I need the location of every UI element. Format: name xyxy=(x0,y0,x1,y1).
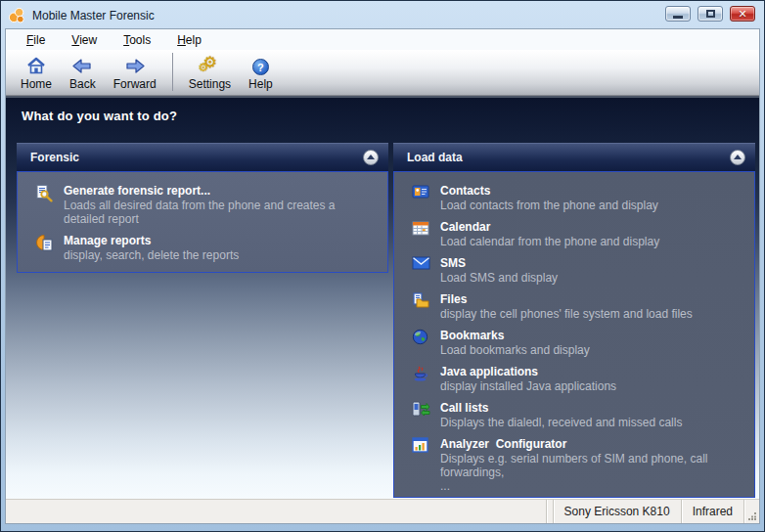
load-data-panel-title: Load data xyxy=(407,151,730,164)
menu-view[interactable]: View xyxy=(63,31,106,49)
task-files[interactable]: Files display the cell phones' file syst… xyxy=(412,292,744,321)
menu-help[interactable]: Help xyxy=(168,31,210,49)
maximize-icon xyxy=(706,10,715,18)
back-button[interactable]: Back xyxy=(61,50,105,95)
task-sms[interactable]: SMS Load SMS and display xyxy=(412,256,744,285)
task-title: Generate forensic report... xyxy=(64,184,378,199)
app-window: Mobile Master Forensic ✕ File View Tools… xyxy=(0,0,765,532)
task-title: Java applications xyxy=(440,365,744,379)
task-text: Call lists Displays the dialedl, receive… xyxy=(440,401,744,429)
page-title: What do you want to do? xyxy=(6,98,759,123)
task-description: Loads all desired data from the phone an… xyxy=(64,199,378,226)
task-title: Calendar xyxy=(440,220,744,235)
forward-arrow-icon xyxy=(124,54,146,75)
task-text: Manage reports display, search, delete t… xyxy=(64,234,378,262)
task-title: Analyzer Configurator xyxy=(440,437,744,452)
task-description: Load SMS and display xyxy=(440,271,744,285)
call-lists-icon xyxy=(412,401,430,429)
task-title: Contacts xyxy=(440,184,744,199)
task-text: Contacts Load contacts from the phone an… xyxy=(440,184,744,212)
help-label: Help xyxy=(248,77,273,91)
minimize-icon xyxy=(673,16,683,19)
task-description: display installed Java applications xyxy=(440,379,744,393)
task-text: Files display the cell phones' file syst… xyxy=(440,292,744,321)
task-manage-reports[interactable]: Manage reports display, search, delete t… xyxy=(35,234,378,262)
menu-bar: File View Tools Help xyxy=(6,29,759,50)
collapse-button[interactable] xyxy=(363,150,379,165)
task-description: display, search, delete the reports xyxy=(64,248,378,262)
task-calendar[interactable]: Calendar Load calendar from the phone an… xyxy=(412,220,744,248)
minimize-button[interactable] xyxy=(665,6,691,22)
files-icon xyxy=(412,292,430,321)
java-icon xyxy=(412,365,430,393)
back-label: Back xyxy=(69,77,96,91)
forensic-panel-title: Forensic xyxy=(30,151,363,164)
forensic-panel-header[interactable]: Forensic xyxy=(17,143,388,171)
close-button[interactable]: ✕ xyxy=(730,6,755,22)
task-bookmarks[interactable]: Bookmarks Load bookmarks and display xyxy=(412,329,744,357)
bookmarks-icon xyxy=(412,329,430,357)
task-generate-forensic-report[interactable]: Generate forensic report... Loads all de… xyxy=(35,184,378,226)
task-title: Bookmarks xyxy=(440,329,744,343)
task-description: Load contacts from the phone and display xyxy=(440,199,744,212)
task-description: Load bookmarks and display xyxy=(440,343,744,357)
question-mark-icon: ? xyxy=(252,54,269,75)
task-text: Bookmarks Load bookmarks and display xyxy=(440,329,744,357)
window-controls: ✕ xyxy=(665,6,755,22)
settings-label: Settings xyxy=(189,77,231,91)
chevron-up-icon xyxy=(734,155,742,159)
status-connection: Infrared xyxy=(681,500,743,523)
client-area: File View Tools Help Home xyxy=(5,28,760,524)
toolbar-separator xyxy=(172,53,173,91)
menu-file[interactable]: File xyxy=(18,31,54,49)
status-fill xyxy=(6,500,546,523)
generate-forensic-report-icon xyxy=(35,184,54,226)
forensic-panel: Forensic xyxy=(17,143,388,273)
window-title: Mobile Master Forensic xyxy=(32,9,155,22)
sms-icon xyxy=(412,256,430,285)
home-label: Home xyxy=(21,77,52,91)
task-description: display the cell phones' file system and… xyxy=(440,307,744,321)
task-text: Calendar Load calendar from the phone an… xyxy=(440,220,744,248)
load-data-panel: Load data xyxy=(393,143,755,498)
task-title: Call lists xyxy=(440,401,744,416)
task-call-lists[interactable]: Call lists Displays the dialedl, receive… xyxy=(412,401,744,429)
calendar-icon xyxy=(412,220,430,248)
resize-grip[interactable] xyxy=(743,500,759,523)
task-title: SMS xyxy=(440,256,744,271)
maximize-button[interactable] xyxy=(698,6,723,22)
forward-label: Forward xyxy=(113,77,157,91)
task-text: Generate forensic report... Loads all de… xyxy=(64,184,378,226)
status-device: Sony Ericsson K810 xyxy=(553,500,681,523)
task-java-applications[interactable]: Java applications display installed Java… xyxy=(412,365,744,393)
help-button[interactable]: ? Help xyxy=(240,50,282,95)
chevron-up-icon xyxy=(367,155,375,159)
task-description: Displays e.g. serial numbers of SIM and … xyxy=(440,452,744,493)
contacts-icon xyxy=(412,184,430,212)
collapse-button[interactable] xyxy=(730,150,745,165)
gears-icon: ⚙⚙ xyxy=(199,54,220,75)
home-button[interactable]: Home xyxy=(12,50,61,95)
task-description: Displays the dialedl, received and misse… xyxy=(440,416,744,429)
task-text: Analyzer Configurator Displays e.g. seri… xyxy=(440,437,744,493)
task-title: Manage reports xyxy=(64,234,378,248)
toolbar: Home Back Forward xyxy=(6,50,759,96)
forward-button[interactable]: Forward xyxy=(105,50,165,95)
load-data-panel-body: Contacts Load contacts from the phone an… xyxy=(393,171,755,498)
settings-button[interactable]: ⚙⚙ Settings xyxy=(180,50,240,95)
task-title: Files xyxy=(440,292,744,307)
home-icon xyxy=(25,54,47,75)
app-logo-icon xyxy=(8,7,25,24)
manage-reports-icon xyxy=(35,234,54,262)
task-contacts[interactable]: Contacts Load contacts from the phone an… xyxy=(412,184,744,212)
task-text: SMS Load SMS and display xyxy=(440,256,744,285)
menu-tools[interactable]: Tools xyxy=(114,31,159,49)
back-arrow-icon xyxy=(71,54,93,75)
load-data-panel-header[interactable]: Load data xyxy=(393,143,755,171)
status-bar: Sony Ericsson K810 Infrared xyxy=(6,499,759,523)
task-description: Load calendar from the phone and display xyxy=(440,235,744,248)
status-empty-cell xyxy=(546,500,553,523)
title-bar[interactable]: Mobile Master Forensic xyxy=(8,4,647,26)
task-text: Java applications display installed Java… xyxy=(440,365,744,393)
task-analyzer-configurator[interactable]: Analyzer Configurator Displays e.g. seri… xyxy=(412,437,744,493)
